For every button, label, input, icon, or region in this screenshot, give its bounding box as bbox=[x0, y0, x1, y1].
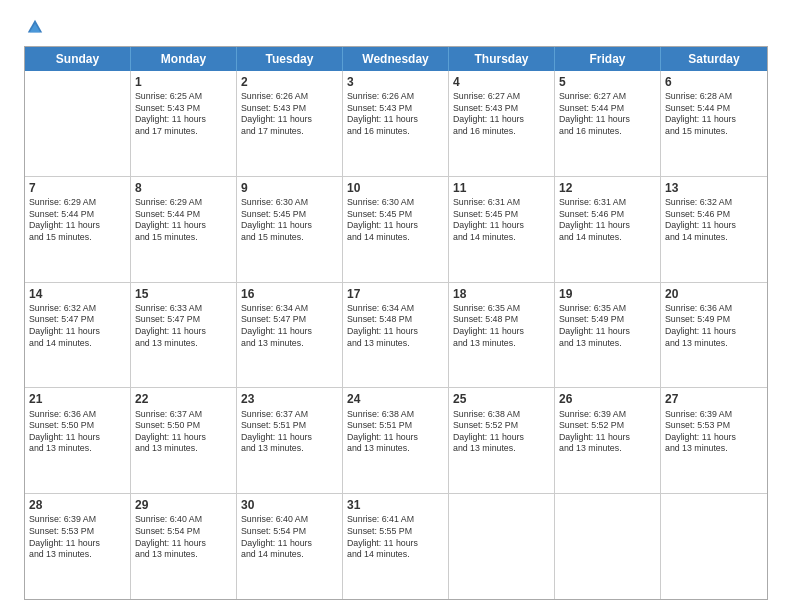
calendar-cell: 14Sunrise: 6:32 AM Sunset: 5:47 PM Dayli… bbox=[25, 283, 131, 388]
cell-info: Sunrise: 6:34 AM Sunset: 5:48 PM Dayligh… bbox=[347, 303, 444, 349]
calendar-cell: 4Sunrise: 6:27 AM Sunset: 5:43 PM Daylig… bbox=[449, 71, 555, 176]
cell-info: Sunrise: 6:38 AM Sunset: 5:52 PM Dayligh… bbox=[453, 409, 550, 455]
calendar-cell: 2Sunrise: 6:26 AM Sunset: 5:43 PM Daylig… bbox=[237, 71, 343, 176]
day-number: 15 bbox=[135, 286, 232, 302]
calendar-header-cell: Saturday bbox=[661, 47, 767, 71]
day-number: 6 bbox=[665, 74, 763, 90]
calendar-header-cell: Sunday bbox=[25, 47, 131, 71]
calendar-cell bbox=[555, 494, 661, 599]
calendar-row: 14Sunrise: 6:32 AM Sunset: 5:47 PM Dayli… bbox=[25, 283, 767, 389]
calendar-cell: 15Sunrise: 6:33 AM Sunset: 5:47 PM Dayli… bbox=[131, 283, 237, 388]
calendar-cell: 21Sunrise: 6:36 AM Sunset: 5:50 PM Dayli… bbox=[25, 388, 131, 493]
day-number: 21 bbox=[29, 391, 126, 407]
calendar-body: 1Sunrise: 6:25 AM Sunset: 5:43 PM Daylig… bbox=[25, 71, 767, 599]
calendar-cell: 27Sunrise: 6:39 AM Sunset: 5:53 PM Dayli… bbox=[661, 388, 767, 493]
day-number: 7 bbox=[29, 180, 126, 196]
calendar-header-cell: Tuesday bbox=[237, 47, 343, 71]
day-number: 25 bbox=[453, 391, 550, 407]
calendar-row: 7Sunrise: 6:29 AM Sunset: 5:44 PM Daylig… bbox=[25, 177, 767, 283]
cell-info: Sunrise: 6:31 AM Sunset: 5:46 PM Dayligh… bbox=[559, 197, 656, 243]
header bbox=[24, 18, 768, 36]
calendar-cell bbox=[449, 494, 555, 599]
cell-info: Sunrise: 6:34 AM Sunset: 5:47 PM Dayligh… bbox=[241, 303, 338, 349]
day-number: 12 bbox=[559, 180, 656, 196]
cell-info: Sunrise: 6:26 AM Sunset: 5:43 PM Dayligh… bbox=[347, 91, 444, 137]
calendar-cell: 18Sunrise: 6:35 AM Sunset: 5:48 PM Dayli… bbox=[449, 283, 555, 388]
cell-info: Sunrise: 6:41 AM Sunset: 5:55 PM Dayligh… bbox=[347, 514, 444, 560]
cell-info: Sunrise: 6:38 AM Sunset: 5:51 PM Dayligh… bbox=[347, 409, 444, 455]
calendar-header-cell: Thursday bbox=[449, 47, 555, 71]
calendar-cell bbox=[661, 494, 767, 599]
calendar-cell: 10Sunrise: 6:30 AM Sunset: 5:45 PM Dayli… bbox=[343, 177, 449, 282]
calendar-cell: 11Sunrise: 6:31 AM Sunset: 5:45 PM Dayli… bbox=[449, 177, 555, 282]
cell-info: Sunrise: 6:35 AM Sunset: 5:49 PM Dayligh… bbox=[559, 303, 656, 349]
day-number: 20 bbox=[665, 286, 763, 302]
cell-info: Sunrise: 6:32 AM Sunset: 5:46 PM Dayligh… bbox=[665, 197, 763, 243]
cell-info: Sunrise: 6:36 AM Sunset: 5:50 PM Dayligh… bbox=[29, 409, 126, 455]
day-number: 24 bbox=[347, 391, 444, 407]
day-number: 8 bbox=[135, 180, 232, 196]
cell-info: Sunrise: 6:37 AM Sunset: 5:50 PM Dayligh… bbox=[135, 409, 232, 455]
day-number: 11 bbox=[453, 180, 550, 196]
day-number: 10 bbox=[347, 180, 444, 196]
calendar-header-cell: Friday bbox=[555, 47, 661, 71]
calendar-cell: 12Sunrise: 6:31 AM Sunset: 5:46 PM Dayli… bbox=[555, 177, 661, 282]
cell-info: Sunrise: 6:31 AM Sunset: 5:45 PM Dayligh… bbox=[453, 197, 550, 243]
calendar-row: 1Sunrise: 6:25 AM Sunset: 5:43 PM Daylig… bbox=[25, 71, 767, 177]
cell-info: Sunrise: 6:26 AM Sunset: 5:43 PM Dayligh… bbox=[241, 91, 338, 137]
calendar-cell: 30Sunrise: 6:40 AM Sunset: 5:54 PM Dayli… bbox=[237, 494, 343, 599]
cell-info: Sunrise: 6:29 AM Sunset: 5:44 PM Dayligh… bbox=[135, 197, 232, 243]
calendar-row: 28Sunrise: 6:39 AM Sunset: 5:53 PM Dayli… bbox=[25, 494, 767, 599]
day-number: 2 bbox=[241, 74, 338, 90]
logo bbox=[24, 18, 44, 36]
calendar-cell: 5Sunrise: 6:27 AM Sunset: 5:44 PM Daylig… bbox=[555, 71, 661, 176]
calendar-cell: 31Sunrise: 6:41 AM Sunset: 5:55 PM Dayli… bbox=[343, 494, 449, 599]
calendar-header: SundayMondayTuesdayWednesdayThursdayFrid… bbox=[25, 47, 767, 71]
page: SundayMondayTuesdayWednesdayThursdayFrid… bbox=[0, 0, 792, 612]
calendar-cell: 13Sunrise: 6:32 AM Sunset: 5:46 PM Dayli… bbox=[661, 177, 767, 282]
day-number: 27 bbox=[665, 391, 763, 407]
calendar-header-cell: Monday bbox=[131, 47, 237, 71]
day-number: 9 bbox=[241, 180, 338, 196]
calendar-cell: 9Sunrise: 6:30 AM Sunset: 5:45 PM Daylig… bbox=[237, 177, 343, 282]
calendar-cell: 17Sunrise: 6:34 AM Sunset: 5:48 PM Dayli… bbox=[343, 283, 449, 388]
calendar-cell: 22Sunrise: 6:37 AM Sunset: 5:50 PM Dayli… bbox=[131, 388, 237, 493]
day-number: 19 bbox=[559, 286, 656, 302]
cell-info: Sunrise: 6:27 AM Sunset: 5:44 PM Dayligh… bbox=[559, 91, 656, 137]
day-number: 3 bbox=[347, 74, 444, 90]
cell-info: Sunrise: 6:35 AM Sunset: 5:48 PM Dayligh… bbox=[453, 303, 550, 349]
cell-info: Sunrise: 6:40 AM Sunset: 5:54 PM Dayligh… bbox=[241, 514, 338, 560]
calendar-cell: 20Sunrise: 6:36 AM Sunset: 5:49 PM Dayli… bbox=[661, 283, 767, 388]
day-number: 13 bbox=[665, 180, 763, 196]
calendar-cell: 1Sunrise: 6:25 AM Sunset: 5:43 PM Daylig… bbox=[131, 71, 237, 176]
calendar-cell: 7Sunrise: 6:29 AM Sunset: 5:44 PM Daylig… bbox=[25, 177, 131, 282]
day-number: 28 bbox=[29, 497, 126, 513]
day-number: 4 bbox=[453, 74, 550, 90]
calendar-cell bbox=[25, 71, 131, 176]
calendar-cell: 16Sunrise: 6:34 AM Sunset: 5:47 PM Dayli… bbox=[237, 283, 343, 388]
cell-info: Sunrise: 6:39 AM Sunset: 5:52 PM Dayligh… bbox=[559, 409, 656, 455]
cell-info: Sunrise: 6:30 AM Sunset: 5:45 PM Dayligh… bbox=[347, 197, 444, 243]
cell-info: Sunrise: 6:40 AM Sunset: 5:54 PM Dayligh… bbox=[135, 514, 232, 560]
calendar-cell: 24Sunrise: 6:38 AM Sunset: 5:51 PM Dayli… bbox=[343, 388, 449, 493]
calendar-cell: 8Sunrise: 6:29 AM Sunset: 5:44 PM Daylig… bbox=[131, 177, 237, 282]
day-number: 16 bbox=[241, 286, 338, 302]
calendar-cell: 19Sunrise: 6:35 AM Sunset: 5:49 PM Dayli… bbox=[555, 283, 661, 388]
day-number: 17 bbox=[347, 286, 444, 302]
calendar-cell: 23Sunrise: 6:37 AM Sunset: 5:51 PM Dayli… bbox=[237, 388, 343, 493]
cell-info: Sunrise: 6:28 AM Sunset: 5:44 PM Dayligh… bbox=[665, 91, 763, 137]
cell-info: Sunrise: 6:37 AM Sunset: 5:51 PM Dayligh… bbox=[241, 409, 338, 455]
day-number: 29 bbox=[135, 497, 232, 513]
cell-info: Sunrise: 6:39 AM Sunset: 5:53 PM Dayligh… bbox=[29, 514, 126, 560]
day-number: 31 bbox=[347, 497, 444, 513]
calendar-row: 21Sunrise: 6:36 AM Sunset: 5:50 PM Dayli… bbox=[25, 388, 767, 494]
cell-info: Sunrise: 6:33 AM Sunset: 5:47 PM Dayligh… bbox=[135, 303, 232, 349]
day-number: 14 bbox=[29, 286, 126, 302]
day-number: 22 bbox=[135, 391, 232, 407]
logo-icon bbox=[26, 18, 44, 36]
cell-info: Sunrise: 6:39 AM Sunset: 5:53 PM Dayligh… bbox=[665, 409, 763, 455]
cell-info: Sunrise: 6:29 AM Sunset: 5:44 PM Dayligh… bbox=[29, 197, 126, 243]
day-number: 26 bbox=[559, 391, 656, 407]
calendar-cell: 28Sunrise: 6:39 AM Sunset: 5:53 PM Dayli… bbox=[25, 494, 131, 599]
calendar-cell: 3Sunrise: 6:26 AM Sunset: 5:43 PM Daylig… bbox=[343, 71, 449, 176]
